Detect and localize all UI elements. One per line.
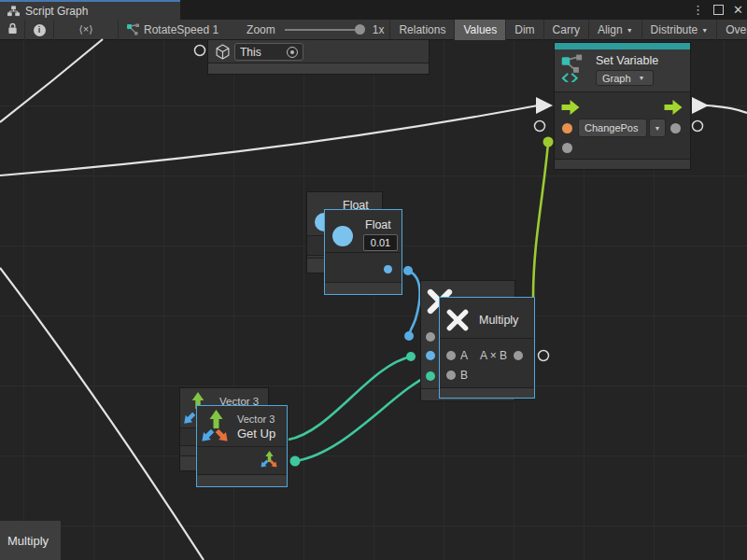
node-multiply[interactable]: Multiply A A × B B — [439, 297, 535, 399]
cube-icon — [215, 44, 231, 60]
chevron-down-icon: ▼ — [655, 125, 661, 132]
node-type-label: Vector 3 — [237, 413, 275, 425]
node-footer — [555, 159, 690, 169]
lock-icon — [7, 22, 18, 35]
port-a-label: A — [460, 349, 468, 362]
node-body: ChangePos ▼ — [555, 91, 690, 161]
node-footer — [208, 63, 429, 74]
dim-button[interactable]: Dim — [506, 20, 543, 40]
port-a-dot[interactable] — [446, 351, 456, 360]
result-label: A × B — [480, 349, 507, 362]
values-button[interactable]: Values — [455, 20, 505, 40]
output-value-port[interactable] — [670, 123, 681, 133]
window-controls: ⋮ ✕ — [692, 0, 743, 20]
zoom-value: 1x — [373, 23, 385, 36]
lock-button[interactable] — [0, 22, 24, 37]
chevron-down-icon: ▼ — [701, 27, 708, 34]
zoom-slider-knob[interactable] — [355, 24, 365, 35]
this-object-field[interactable]: This — [234, 43, 303, 61]
node-set-variable[interactable]: Set Variable Graph ▼ ChangePos ▼ — [554, 42, 691, 170]
flow-in-port[interactable] — [561, 100, 581, 115]
node-footer — [325, 282, 402, 294]
variable-name-dropdown-caret[interactable]: ▼ — [649, 119, 666, 137]
relations-button[interactable]: Relations — [390, 20, 454, 40]
float-output-port[interactable] — [384, 265, 392, 273]
info-button[interactable]: i — [25, 22, 53, 36]
node-get-up[interactable]: Vector 3 Get Up — [196, 405, 288, 487]
port-dot[interactable] — [426, 351, 435, 360]
flow-out-port[interactable] — [664, 100, 684, 115]
node-this[interactable]: This — [207, 39, 430, 75]
variable-scope-dropdown[interactable]: Graph ▼ — [596, 70, 654, 86]
arrow-down-right-icon — [212, 426, 232, 445]
input-value-port[interactable] — [562, 143, 572, 153]
node-body: A A × B B — [440, 338, 533, 390]
graph-toolbar: i ⟨×⟩ RotateSpeed 1 Zoom 1x Relations Va… — [0, 20, 747, 40]
mini-arrow-down-right-icon — [268, 458, 280, 470]
distribute-button[interactable]: Distribute▼ — [642, 20, 717, 40]
float-icon — [332, 226, 353, 246]
node-footer — [197, 474, 287, 486]
multiply-icon — [445, 308, 470, 332]
code-view-button[interactable]: ⟨×⟩ — [54, 23, 118, 35]
tab-script-graph[interactable]: Script Graph — [0, 0, 180, 20]
zoom-label: Zoom — [247, 23, 275, 36]
node-body — [197, 446, 286, 476]
variable-name-port[interactable] — [562, 123, 572, 133]
graph-breadcrumb[interactable]: RotateSpeed 1 — [119, 23, 226, 36]
chevron-down-icon: ▼ — [639, 75, 645, 81]
node-footer — [440, 387, 534, 398]
port-dot[interactable] — [426, 371, 435, 381]
maximize-icon[interactable] — [713, 5, 724, 15]
tooltip-multiply: Multiply — [0, 521, 61, 560]
node-float[interactable]: Float 0.01 — [324, 209, 402, 295]
float-value-field[interactable]: 0.01 — [363, 234, 398, 251]
graph-hierarchy-icon — [7, 6, 20, 17]
port-b-label: B — [460, 369, 468, 382]
graph-name: RotateSpeed 1 — [144, 23, 218, 36]
node-body — [325, 252, 401, 284]
align-button[interactable]: Align▼ — [589, 20, 641, 40]
code-icon: ⟨×⟩ — [78, 23, 92, 35]
result-port-dot[interactable] — [514, 351, 523, 360]
carry-button[interactable]: Carry — [544, 20, 588, 40]
object-picker-icon[interactable] — [287, 47, 298, 58]
chevron-down-icon: ▼ — [627, 27, 633, 34]
port-dot[interactable] — [426, 332, 435, 342]
variable-name-dropdown[interactable]: ChangePos — [578, 119, 647, 137]
node-color-bar — [555, 43, 690, 49]
overview-button[interactable]: Overview — [717, 20, 747, 40]
more-menu-icon[interactable]: ⋮ — [692, 0, 704, 20]
set-variable-icon — [561, 54, 585, 82]
zoom-slider[interactable] — [285, 29, 361, 31]
port-b-dot[interactable] — [446, 371, 456, 380]
tab-bar: Script Graph ⋮ ✕ — [0, 0, 747, 20]
script-graph-window: Script Graph ⋮ ✕ i ⟨×⟩ — [0, 0, 747, 560]
tab-title: Script Graph — [25, 5, 88, 18]
close-icon[interactable]: ✕ — [733, 0, 743, 20]
machine-icon — [126, 23, 139, 35]
info-icon: i — [34, 24, 46, 36]
